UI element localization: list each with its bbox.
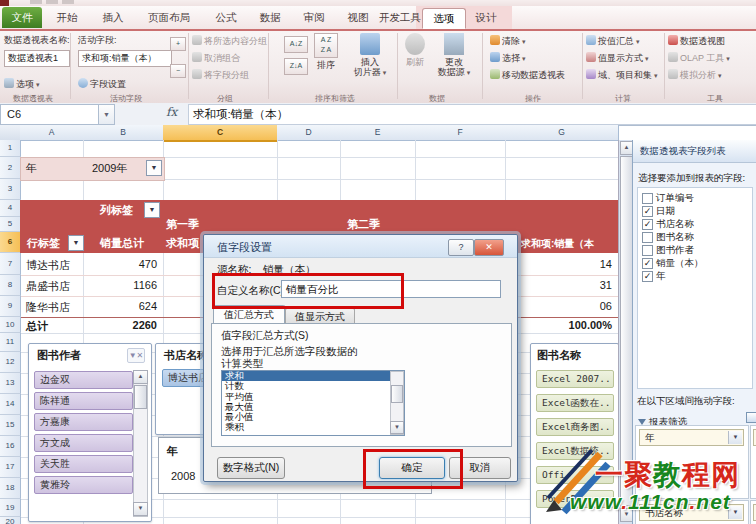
select-all-corner[interactable] <box>0 125 21 141</box>
filter-zone-field[interactable]: 年 ▼ <box>639 429 744 446</box>
row-header[interactable]: 15 <box>0 415 21 436</box>
field-label[interactable]: 图书名称 <box>656 231 694 244</box>
formula-input[interactable]: 求和项:销量（本） <box>188 104 756 125</box>
select-button[interactable]: 选择 <box>490 52 526 65</box>
active-field-input[interactable]: 求和项:销量（本） <box>78 50 172 67</box>
expand-field-button[interactable]: + <box>170 37 186 51</box>
row-header[interactable]: 13 <box>0 373 21 394</box>
slicer-book-item[interactable]: Excel数据统.. <box>536 442 614 460</box>
ungroup-button[interactable]: 取消组合 <box>192 52 240 65</box>
name-box[interactable]: C6 <box>0 104 104 125</box>
year-frame-value[interactable]: 2008 <box>171 470 195 482</box>
column-header-f[interactable]: F <box>415 125 506 141</box>
field-checkbox[interactable]: ✓ <box>642 258 653 269</box>
grand-total-label-cell[interactable]: 总计 <box>26 319 48 334</box>
sort-desc-button[interactable]: Z↓A <box>284 58 308 75</box>
quarter1-cell[interactable]: 第一季 <box>166 217 199 232</box>
slicer-author-item[interactable]: 陈祥通 <box>34 392 133 410</box>
slicer-author-item[interactable]: 方嘉康 <box>34 413 133 431</box>
field-checkbox[interactable]: ✓ <box>642 271 653 282</box>
store-name-cell[interactable]: 隆华书店 <box>26 300 70 315</box>
number-format-button[interactable]: 数字格式(N) <box>217 457 285 479</box>
row-header-selected[interactable]: 6 <box>0 232 21 253</box>
grand-total-value-cell[interactable]: 2260 <box>97 319 157 331</box>
pivot-options-button[interactable]: 选项 <box>4 78 40 91</box>
quarter2-cell[interactable]: 第二季 <box>347 217 380 232</box>
row-header[interactable]: 7 <box>0 253 21 275</box>
row-header[interactable]: 10 <box>0 317 21 333</box>
store-name-cell[interactable]: 鼎盛书店 <box>26 279 70 294</box>
show-values-as-button[interactable]: 值显示方式 <box>586 52 649 65</box>
slicer-clear-filter-icon[interactable]: ▼✕ <box>127 348 145 363</box>
column-header-b[interactable]: B <box>83 125 164 141</box>
pivotchart-button[interactable]: 数据透视图 <box>668 35 725 48</box>
row-header[interactable]: 1 <box>0 140 21 157</box>
row-labels-dropdown-icon[interactable]: ▼ <box>68 235 84 251</box>
field-checkbox[interactable]: ✓ <box>642 206 653 217</box>
calc-type-option[interactable]: 乘积 <box>222 422 404 432</box>
row-header[interactable]: 19 <box>0 499 21 517</box>
year-filter-dropdown-icon[interactable]: ▼ <box>146 160 162 176</box>
grand-total-percent-cell[interactable]: 100.00% <box>532 319 612 331</box>
tab-data[interactable]: 数据 <box>250 8 290 27</box>
slicer-scroll-up-icon[interactable]: ▲ <box>133 370 148 384</box>
field-dropdown-icon[interactable]: ▼ <box>728 506 742 519</box>
column-header-g[interactable]: G <box>505 125 619 141</box>
field-label[interactable]: 图书作者 <box>656 244 694 257</box>
group-selection-button[interactable]: 将所选内容分组 <box>192 35 267 48</box>
field-label[interactable]: 销量（本） <box>656 257 704 270</box>
row-header[interactable]: 4 <box>0 200 21 217</box>
field-label[interactable]: 订单编号 <box>656 192 694 205</box>
row-header[interactable]: 2 <box>0 157 21 179</box>
row-header[interactable]: 11 <box>0 333 21 352</box>
column-labels-cell[interactable]: 列标签 <box>100 203 133 218</box>
move-pivottable-button[interactable]: 移动数据透视表 <box>490 69 565 82</box>
calc-type-option[interactable]: 最小值 <box>222 412 404 422</box>
row-header[interactable]: 9 <box>0 296 21 317</box>
slicer-book-item[interactable]: Excel函数在.. <box>536 394 614 412</box>
column-header-e[interactable]: E <box>340 125 416 141</box>
field-label[interactable]: 书店名称 <box>656 218 694 231</box>
sort-button[interactable]: A ZZ A 排序 <box>310 33 342 70</box>
slicer-author-item[interactable]: 边金双 <box>34 371 133 389</box>
field-settings-button[interactable]: 字段设置 <box>78 78 126 91</box>
slicer-book-item[interactable]: Offi <box>536 466 614 484</box>
collapse-field-button[interactable]: − <box>170 64 186 78</box>
tab-options-active[interactable]: 选项 <box>422 8 466 29</box>
slicer-scroll-thumb[interactable] <box>134 385 147 409</box>
quick-access-icon[interactable] <box>62 0 74 4</box>
refresh-button[interactable]: 刷新 <box>400 33 430 67</box>
slicer-author-item[interactable]: 黄雅玲 <box>34 476 133 494</box>
field-dropdown-icon[interactable]: ▼ <box>728 431 742 444</box>
olap-tools-button[interactable]: OLAP 工具 <box>668 52 730 65</box>
slicer-author-item[interactable]: 关天胜 <box>34 455 133 473</box>
tab-home[interactable]: 开始 <box>48 8 86 27</box>
store-total-cell[interactable]: 470 <box>97 258 157 270</box>
row-header[interactable]: 17 <box>0 457 21 478</box>
name-box-dropdown[interactable]: ▼ <box>98 104 115 125</box>
clear-button[interactable]: 清除 <box>490 35 526 48</box>
store-fragment-cell[interactable]: 31 <box>552 279 612 291</box>
column-labels-filter-icon[interactable]: ▼ <box>144 202 160 218</box>
sort-asc-button[interactable]: A↓Z <box>284 36 308 53</box>
store-fragment-cell[interactable]: 06 <box>552 300 612 312</box>
insert-function-icon[interactable]: fx <box>166 105 186 123</box>
summarize-by-button[interactable]: 按值汇总 <box>586 35 640 48</box>
what-if-analysis-button[interactable]: 模拟分析 <box>668 69 722 82</box>
tab-design[interactable]: 设计 <box>466 8 506 27</box>
row-header[interactable]: 5 <box>0 217 21 232</box>
calc-type-option-selected[interactable]: 求和 <box>222 371 404 381</box>
row-header[interactable]: 16 <box>0 436 21 457</box>
row-labels-cell[interactable]: 行标签 <box>27 236 60 251</box>
fields-items-sets-button[interactable]: 域、项目和集 <box>586 69 658 82</box>
g6-header-cell[interactable]: 求和项:销量（本 <box>521 237 614 251</box>
row-zone-field[interactable]: 书店名称 ▼ <box>639 504 744 521</box>
row-header[interactable]: 14 <box>0 394 21 415</box>
store-total-cell[interactable]: 624 <box>97 300 157 312</box>
tab-review[interactable]: 审阅 <box>294 8 334 27</box>
field-checkbox[interactable] <box>642 232 653 243</box>
tab-page-layout[interactable]: 页面布局 <box>138 8 200 27</box>
tab-developer[interactable]: 开发工具 <box>378 8 422 27</box>
year-filter-label-cell[interactable]: 年 <box>26 161 37 176</box>
row-header[interactable]: 20 <box>0 517 21 524</box>
